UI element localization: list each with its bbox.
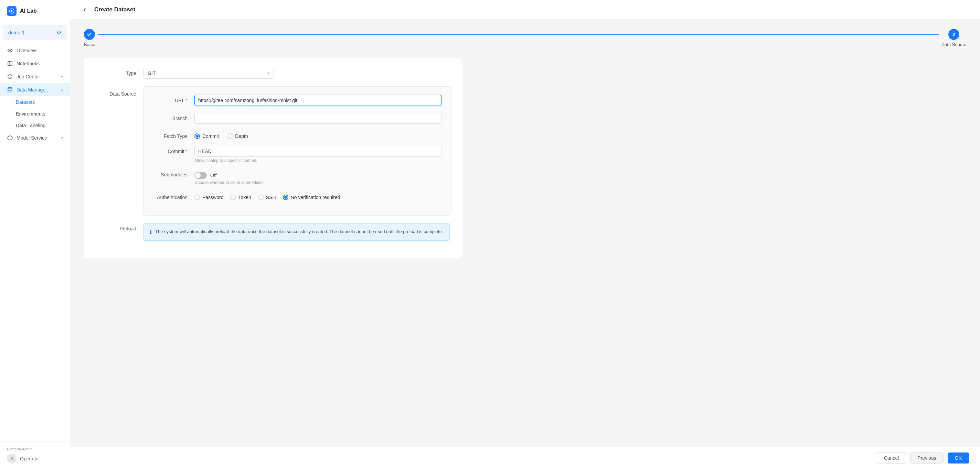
branch-input[interactable] [194,113,441,124]
depth-radio-label: Depth [235,133,248,139]
auth-radio-group: Password Token SSH [194,192,340,200]
ssh-radio-label: SSH [266,195,276,200]
branch-input-wrap [194,113,441,124]
sidebar-item-label: Job Center [16,74,40,79]
fetch-type-label: Fetch Type [153,131,188,139]
sidebar-footer: Platform Admin Operator [0,441,70,469]
sidebar-item-environments[interactable]: Environments [0,108,70,120]
chevron-down-icon: ▾ [61,136,63,140]
sidebar-item-data-labeling[interactable]: Data Labeling [0,120,70,132]
step-basic-label: Basic [84,42,95,47]
datasource-label: Data Source [95,86,136,97]
fetch-type-commit-option[interactable]: Commit [194,133,219,139]
sidebar-item-label: Notebooks [16,61,40,67]
step-datasource-number: 2 [953,32,955,37]
logo-icon [7,6,16,16]
preload-info-text: The system will automatically preload th… [155,228,443,236]
step-datasource-label: Data Source [942,42,966,47]
branch-row: Branch [153,113,441,124]
url-input-wrap [194,95,441,106]
submodules-hint: Choose whether to clone submodules [194,180,264,185]
page-header: Create Dataset [70,0,980,19]
type-row: Type GIT ▾ [95,68,452,79]
eye-icon [7,48,13,54]
step-data-source: 2 Data Source [942,29,966,47]
auth-no-verify-option[interactable]: No verification required [283,195,340,200]
depth-radio-circle [227,133,232,139]
submodules-control: Off Choose whether to clone submodules [194,170,264,185]
user-icon [7,454,16,464]
auth-password-option[interactable]: Password [194,195,223,200]
operator-label: Operator [20,456,39,461]
svg-point-1 [11,10,13,12]
step-basic-circle [84,29,95,40]
svg-marker-7 [8,135,12,140]
url-label: URL [153,95,188,103]
page-title: Create Dataset [94,6,135,13]
form-section: Type GIT ▾ Data Source URL [84,58,463,258]
submodules-row: Submodules Off Choose whether to clone s… [153,170,441,185]
submodules-toggle[interactable] [194,172,207,179]
platform-label: Platform Admin [7,447,63,451]
back-button[interactable] [80,5,89,14]
submodules-label: Submodules [153,170,188,177]
svg-point-8 [11,457,13,459]
chevron-down-icon: ▾ [61,74,63,79]
sidebar-item-datasets[interactable]: Datasets [0,96,70,108]
commit-row: Commit Allow cloning to a specific commi… [153,146,441,163]
type-control: GIT ▾ [143,68,452,79]
operator-row: Operator [7,454,63,464]
sidebar-item-model-service[interactable]: Model Service ▾ [0,132,70,144]
password-radio-circle [194,195,200,200]
main-content: Basic 2 Data Source Type GIT ▾ [70,19,980,447]
commit-label: Commit [153,146,188,154]
workspace-selector[interactable]: demo-1 ⟳ [3,25,67,40]
cancel-button[interactable]: Cancel [877,453,906,464]
branch-label: Branch [153,113,188,121]
no-verify-radio-label: No verification required [291,195,340,200]
commit-radio-label: Commit [202,133,219,139]
fetch-type-depth-option[interactable]: Depth [227,133,248,139]
sidebar-item-notebooks[interactable]: Notebooks [0,57,70,70]
sidebar-item-data-manage[interactable]: Data Manage... ▴ [0,83,70,96]
sidebar-item-label: Model Service [16,135,47,141]
auth-label: Authentication [153,192,188,200]
commit-input[interactable] [194,146,441,157]
sidebar-item-overview[interactable]: Overview [0,44,70,57]
sidebar-item-label: Overview [16,48,37,53]
commit-radio-circle [194,133,200,139]
url-input[interactable] [194,95,441,106]
job-icon [7,74,13,80]
preload-label: Preload [95,223,136,231]
ok-button[interactable]: OK [948,453,969,464]
preload-row: Preload ℹ The system will automatically … [95,223,452,241]
app-logo: AI Lab [0,0,70,22]
datasource-box: URL Branch Fetch Type [143,86,452,215]
fetch-type-row: Fetch Type Commit Depth [153,131,441,139]
notebook-icon [7,60,13,67]
auth-token-option[interactable]: Token [230,195,251,200]
toggle-knob [195,173,200,178]
sub-nav-label: Datasets [16,99,35,105]
sub-nav-label: Data Labeling [16,123,45,128]
chevron-up-icon: ▴ [61,88,63,92]
page-footer: Cancel Previous OK [70,447,980,469]
sidebar-nav: Overview Notebooks Job Center ▾ Data Man… [0,43,70,441]
type-label: Type [95,68,136,76]
previous-button[interactable]: Previous [910,453,943,464]
token-radio-circle [230,195,236,200]
sub-nav-label: Environments [16,111,45,117]
svg-rect-3 [8,62,12,66]
auth-ssh-option[interactable]: SSH [258,195,276,200]
url-row: URL [153,95,441,106]
sidebar-item-job-center[interactable]: Job Center ▾ [0,70,70,83]
datasource-row: Data Source URL Branch [95,86,452,215]
workspace-name: demo-1 [8,30,24,35]
step-datasource-circle: 2 [948,29,959,40]
main-panel: Create Dataset Basic 2 Data Source T [70,0,980,469]
data-icon [7,87,13,93]
step-basic: Basic [84,29,95,47]
commit-input-wrap: Allow cloning to a specific commit. [194,146,441,163]
commit-hint: Allow cloning to a specific commit. [194,158,441,163]
type-select[interactable]: GIT ▾ [143,68,274,79]
